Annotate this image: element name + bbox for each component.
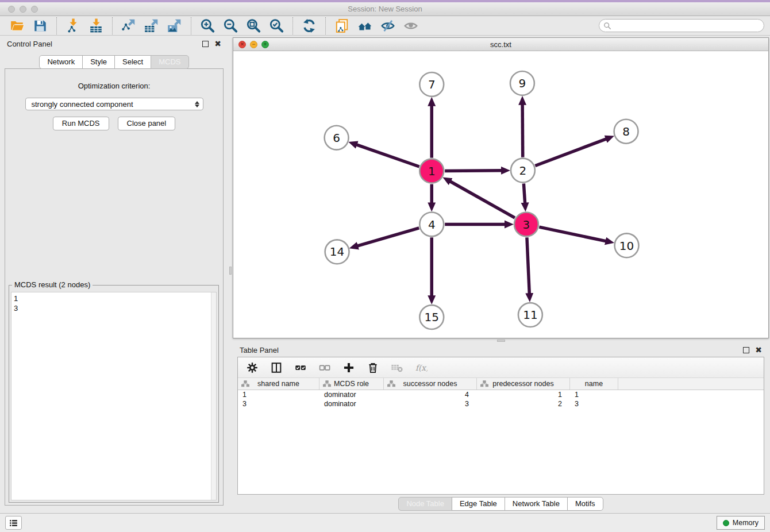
column-header-shared-name[interactable]: shared name xyxy=(238,378,319,390)
select-all-columns-icon xyxy=(294,361,307,374)
float-panel-icon[interactable] xyxy=(202,41,209,47)
vertical-splitter[interactable] xyxy=(228,36,233,513)
close-panel-icon[interactable]: ✖ xyxy=(214,41,221,47)
graph-node-15[interactable]: 15 xyxy=(419,305,444,329)
graph-node-7[interactable]: 7 xyxy=(419,72,444,97)
graph-edge-4-14[interactable] xyxy=(356,228,419,246)
graph-edge-2-3[interactable] xyxy=(523,184,525,205)
svg-text:11: 11 xyxy=(523,308,537,322)
zoom-selected-button[interactable] xyxy=(265,17,288,34)
export-image-icon xyxy=(167,18,182,33)
export-image-button[interactable] xyxy=(163,17,186,34)
tab-motifs[interactable]: Motifs xyxy=(567,497,603,511)
graph-edge-1-6[interactable] xyxy=(356,144,419,167)
graph-node-1[interactable]: 1 xyxy=(419,159,444,183)
graph-node-10[interactable]: 10 xyxy=(615,233,639,257)
column-header-predecessor-nodes[interactable]: predecessor nodes xyxy=(477,378,570,390)
graph-edges xyxy=(356,103,607,297)
cell-successor-nodes[interactable]: 3 xyxy=(384,399,477,408)
select-all-columns-button[interactable] xyxy=(293,360,308,375)
function-builder-icon: f(x) xyxy=(415,361,428,374)
cell-name[interactable]: 3 xyxy=(570,399,618,408)
cell-shared-name[interactable]: 1 xyxy=(238,390,319,399)
graph-edge-2-8[interactable] xyxy=(535,138,607,165)
search-input[interactable] xyxy=(611,22,761,30)
close-panel-button[interactable]: Close panel xyxy=(118,117,176,130)
graph-edge-1-2[interactable] xyxy=(445,171,503,171)
tab-style[interactable]: Style xyxy=(82,55,115,69)
task-history-button[interactable] xyxy=(5,516,22,530)
graph-edge-2-9[interactable] xyxy=(522,103,523,157)
import-table-button[interactable] xyxy=(84,17,107,34)
toolbar-button-groups xyxy=(6,17,422,34)
cell-MCDS-role[interactable]: dominator xyxy=(319,390,384,399)
apply-layout-button[interactable] xyxy=(298,17,321,34)
graph-node-4[interactable]: 4 xyxy=(419,212,444,236)
export-network-button[interactable] xyxy=(117,17,140,34)
add-column-button[interactable] xyxy=(341,360,356,375)
svg-text:2: 2 xyxy=(519,164,527,178)
optimization-criterion-select[interactable]: strongly connected component xyxy=(25,98,203,110)
deselect-all-columns-button[interactable] xyxy=(317,360,332,375)
show-columns-button[interactable] xyxy=(269,360,284,375)
graph-node-9[interactable]: 9 xyxy=(510,71,534,95)
delete-column-button[interactable] xyxy=(365,360,380,375)
horizontal-splitter[interactable] xyxy=(233,338,769,343)
close-table-panel-icon[interactable]: ✖ xyxy=(755,347,762,353)
zoom-in-button[interactable] xyxy=(196,17,219,34)
cell-shared-name[interactable]: 3 xyxy=(238,399,319,408)
search-field[interactable] xyxy=(599,19,764,32)
table-settings-button[interactable] xyxy=(245,360,260,375)
memory-button[interactable]: Memory xyxy=(717,516,765,530)
tab-mcds[interactable]: MCDS xyxy=(151,55,188,69)
table-row[interactable]: 3dominator323 xyxy=(238,399,764,408)
cell-MCDS-role[interactable]: dominator xyxy=(319,399,384,408)
clone-network-button[interactable] xyxy=(330,17,353,34)
column-header-name[interactable]: name xyxy=(570,378,618,390)
birds-eye-view-button[interactable] xyxy=(399,17,422,34)
cell-predecessor-nodes[interactable]: 2 xyxy=(477,399,570,408)
graph-node-11[interactable]: 11 xyxy=(518,303,542,327)
table-row[interactable]: 1dominator411 xyxy=(238,390,764,399)
graph-edge-3-1[interactable] xyxy=(449,181,515,218)
result-scrollbar[interactable] xyxy=(211,292,216,500)
tab-node-table[interactable]: Node Table xyxy=(398,497,452,511)
network-window-titlebar[interactable]: ✕ − + scc.txt xyxy=(233,38,768,51)
zoom-out-button[interactable] xyxy=(219,17,242,34)
graph-node-14[interactable]: 14 xyxy=(325,240,349,264)
toolbar-separator xyxy=(56,17,57,34)
graph-node-3[interactable]: 3 xyxy=(514,212,538,236)
apply-layout-icon xyxy=(302,18,317,33)
column-header-MCDS-role[interactable]: MCDS role xyxy=(319,378,384,390)
graph-node-6[interactable]: 6 xyxy=(325,126,349,150)
tab-edge-table[interactable]: Edge Table xyxy=(452,497,505,511)
tab-network-table[interactable]: Network Table xyxy=(505,497,568,511)
cell-name[interactable]: 1 xyxy=(570,390,618,399)
cell-successor-nodes[interactable]: 4 xyxy=(384,390,477,399)
window-title: Session: New Session xyxy=(0,5,770,13)
table-settings-icon xyxy=(246,361,259,374)
open-session-button[interactable] xyxy=(6,17,29,34)
export-table-button[interactable] xyxy=(140,17,163,34)
run-mcds-button[interactable]: Run MCDS xyxy=(53,117,109,130)
tab-network[interactable]: Network xyxy=(39,55,83,69)
zoom-fit-button[interactable] xyxy=(242,17,265,34)
main-toolbar xyxy=(0,16,770,36)
cell-predecessor-nodes[interactable]: 1 xyxy=(477,390,570,399)
float-table-panel-icon[interactable] xyxy=(743,347,749,353)
graph-node-2[interactable]: 2 xyxy=(511,159,535,183)
graph-edge-3-11[interactable] xyxy=(527,237,529,295)
network-canvas[interactable]: 1234678910111415 xyxy=(233,51,768,338)
tab-select[interactable]: Select xyxy=(114,55,151,69)
memory-status-icon xyxy=(723,520,729,526)
graph-edge-3-10[interactable] xyxy=(539,227,607,241)
mcds-result-list[interactable]: 13 xyxy=(11,292,217,500)
import-network-button[interactable] xyxy=(61,17,84,34)
save-session-button[interactable] xyxy=(29,17,52,34)
graph-node-8[interactable]: 8 xyxy=(614,119,638,144)
svg-text:8: 8 xyxy=(622,125,630,138)
first-neighbors-button[interactable] xyxy=(353,17,376,34)
hide-panels-button[interactable] xyxy=(376,17,399,34)
column-header-successor-nodes[interactable]: successor nodes xyxy=(384,378,477,390)
window-titlebar[interactable]: Session: New Session xyxy=(0,2,770,16)
